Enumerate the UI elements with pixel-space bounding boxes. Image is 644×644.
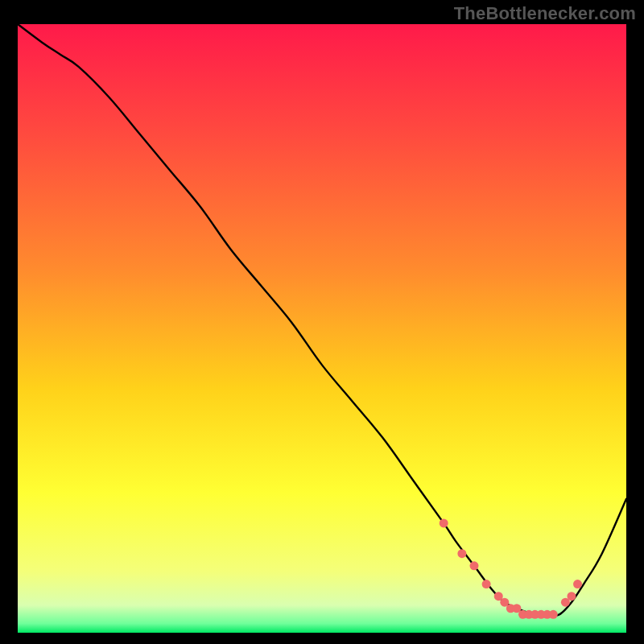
highlight-point [573, 580, 582, 588]
chart-background [18, 24, 626, 633]
chart-area [18, 24, 626, 633]
highlight-point [549, 610, 558, 619]
highlight-point [457, 549, 466, 558]
highlight-point [470, 561, 479, 570]
highlight-point [482, 580, 491, 588]
attribution-text: TheBottlenecker.com [454, 3, 636, 24]
highlight-point [567, 592, 576, 601]
highlight-point [440, 518, 448, 527]
chart-svg [18, 24, 626, 633]
